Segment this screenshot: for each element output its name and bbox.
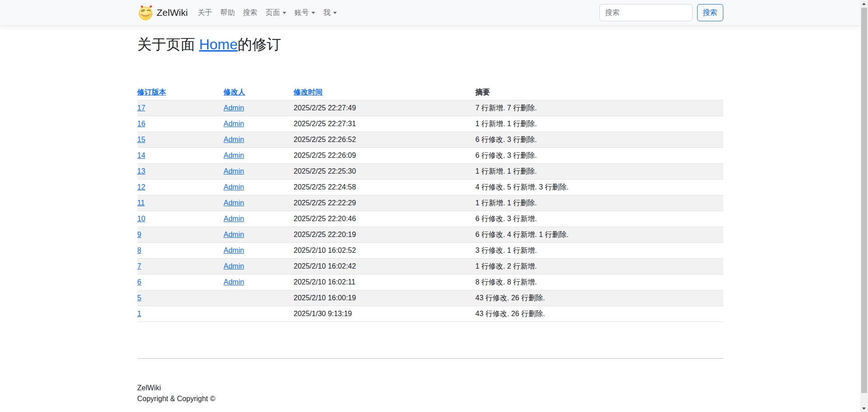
revision-time: 2025/2/10 16:00:19 bbox=[294, 290, 476, 306]
author-link[interactable]: Admin bbox=[224, 167, 244, 175]
author-link[interactable]: Admin bbox=[224, 246, 244, 254]
revision-summary: 6 行修改. 4 行新增. 1 行删除. bbox=[476, 227, 723, 243]
scroll-down-icon bbox=[862, 407, 866, 410]
author-link[interactable]: Admin bbox=[224, 104, 244, 112]
revision-time: 2025/2/25 22:24:58 bbox=[294, 180, 476, 195]
revision-link[interactable]: 5 bbox=[137, 294, 142, 302]
brand-text: ZelWiki bbox=[157, 7, 188, 18]
revision-link[interactable]: 11 bbox=[137, 199, 145, 207]
revision-summary: 6 行修改. 3 行删除. bbox=[476, 132, 723, 148]
nav-item-label: 账号 bbox=[294, 8, 309, 18]
revision-time: 2025/2/25 22:27:49 bbox=[294, 100, 476, 116]
nav-dropdown-account[interactable]: 账号 bbox=[291, 5, 319, 21]
revision-link[interactable]: 15 bbox=[137, 136, 146, 143]
revision-time: 2025/2/25 22:20:19 bbox=[294, 227, 476, 243]
revision-summary: 6 行修改. 3 行删除. bbox=[476, 148, 723, 164]
nav-item-help[interactable]: 帮助 bbox=[217, 5, 238, 21]
author-link[interactable]: Admin bbox=[224, 120, 244, 128]
nav-item-label: 搜索 bbox=[243, 8, 257, 18]
author-link[interactable]: Admin bbox=[224, 183, 244, 191]
revision-link[interactable]: 12 bbox=[137, 183, 146, 191]
author-link[interactable]: Admin bbox=[224, 278, 244, 286]
navbar-search-form: 搜索 bbox=[599, 4, 723, 21]
sort-header-author[interactable]: 修改人 bbox=[224, 88, 245, 96]
revision-time: 2025/2/25 22:27:31 bbox=[294, 116, 476, 132]
page-title: 关于页面 Home的修订 bbox=[137, 36, 723, 53]
revision-time: 2025/2/25 22:22:29 bbox=[294, 195, 476, 211]
revision-time: 2025/1/30 9:13:19 bbox=[294, 306, 476, 322]
revision-summary: 43 行修改. 26 行删除. bbox=[476, 290, 723, 306]
sort-header-revision[interactable]: 修订版本 bbox=[137, 88, 166, 96]
nav-item-label: 帮助 bbox=[220, 8, 235, 18]
revision-link[interactable]: 6 bbox=[137, 278, 142, 286]
footer-sitename: ZelWiki bbox=[137, 383, 723, 393]
table-row: 52025/2/10 16:00:1943 行修改. 26 行删除. bbox=[137, 290, 723, 306]
revision-link[interactable]: 16 bbox=[137, 120, 146, 128]
revision-summary: 8 行修改. 8 行新增. bbox=[476, 275, 723, 290]
sort-header-time[interactable]: 修改时间 bbox=[294, 88, 323, 96]
revision-summary: 1 行新增. 1 行删除. bbox=[476, 116, 723, 132]
search-input[interactable] bbox=[599, 4, 693, 21]
nav-item-search[interactable]: 搜索 bbox=[239, 5, 261, 21]
footer-copyright: Copyright & Copyright © bbox=[137, 393, 723, 404]
page-title-home-link[interactable]: Home bbox=[199, 36, 237, 52]
table-row: 7Admin2025/2/10 16:02:421 行修改. 2 行新增. bbox=[137, 259, 723, 275]
chevron-down-icon bbox=[333, 12, 337, 14]
table-row: 11Admin2025/2/25 22:22:291 行新增. 1 行删除. bbox=[137, 195, 723, 211]
author-link[interactable]: Admin bbox=[224, 231, 244, 238]
vertical-scrollbar[interactable] bbox=[860, 0, 868, 412]
page-footer: ZelWiki Copyright & Copyright © bbox=[0, 359, 860, 412]
scrollbar-down-button[interactable] bbox=[860, 404, 868, 412]
author-link[interactable]: Admin bbox=[224, 215, 244, 223]
nav-dropdown-pages[interactable]: 页面 bbox=[262, 5, 290, 21]
table-row: 17Admin2025/2/25 22:27:497 行新增. 7 行删除. bbox=[137, 100, 723, 116]
page-title-prefix: 关于页面 bbox=[137, 36, 199, 52]
revision-link[interactable]: 7 bbox=[137, 262, 142, 270]
revision-link[interactable]: 14 bbox=[137, 152, 146, 159]
revision-summary: 1 行修改. 2 行新增. bbox=[476, 259, 723, 275]
revision-time: 2025/2/25 22:26:09 bbox=[294, 148, 476, 164]
revision-summary: 1 行新增. 1 行删除. bbox=[476, 195, 723, 211]
revision-link[interactable]: 1 bbox=[137, 310, 142, 317]
top-navbar: ZelWiki 关于 帮助 搜索 页面 账号 我 搜索 bbox=[0, 0, 860, 26]
brand-link[interactable]: ZelWiki bbox=[137, 5, 188, 21]
nav-item-label: 关于 bbox=[198, 8, 212, 18]
revision-summary: 3 行修改. 1 行新增. bbox=[476, 243, 723, 259]
revision-link[interactable]: 9 bbox=[137, 231, 142, 238]
author-link[interactable]: Admin bbox=[224, 136, 244, 143]
revision-time: 2025/2/25 22:20:46 bbox=[294, 211, 476, 227]
nav-item-label: 我 bbox=[323, 8, 330, 18]
revision-table-head: 修订版本 修改人 修改时间 摘要 bbox=[137, 85, 723, 100]
scrollbar-up-button[interactable] bbox=[860, 0, 868, 8]
table-row: 16Admin2025/2/25 22:27:311 行新增. 1 行删除. bbox=[137, 116, 723, 132]
revision-link[interactable]: 10 bbox=[137, 215, 146, 223]
search-button[interactable]: 搜索 bbox=[697, 4, 723, 21]
scrollbar-thumb[interactable] bbox=[861, 8, 867, 393]
nav-item-label: 页面 bbox=[265, 8, 280, 18]
revision-summary: 1 行新增. 1 行删除. bbox=[476, 164, 723, 180]
header-summary: 摘要 bbox=[476, 88, 490, 96]
chevron-down-icon bbox=[311, 12, 315, 14]
main-content: 关于页面 Home的修订 修订版本 修改人 修改时间 摘要 17Ad bbox=[0, 26, 860, 359]
table-row: 8Admin2025/2/10 16:02:523 行修改. 1 行新增. bbox=[137, 243, 723, 259]
revision-time: 2025/2/10 16:02:42 bbox=[294, 259, 476, 275]
table-row: 13Admin2025/2/25 22:25:301 行新增. 1 行删除. bbox=[137, 164, 723, 180]
nav-dropdown-me[interactable]: 我 bbox=[320, 5, 340, 21]
table-row: 12Admin2025/2/25 22:24:584 行修改. 5 行新增. 3… bbox=[137, 180, 723, 195]
horned-smiley-logo-icon bbox=[137, 5, 154, 21]
nav-item-about[interactable]: 关于 bbox=[194, 5, 216, 21]
author-link[interactable]: Admin bbox=[224, 199, 244, 207]
scroll-up-icon bbox=[862, 3, 866, 5]
author-link[interactable]: Admin bbox=[224, 152, 244, 159]
revision-summary: 43 行修改. 26 行删除. bbox=[476, 306, 723, 322]
author-link[interactable]: Admin bbox=[224, 262, 244, 270]
revision-link[interactable]: 13 bbox=[137, 167, 146, 175]
revision-link[interactable]: 17 bbox=[137, 104, 146, 112]
chevron-down-icon bbox=[283, 12, 286, 14]
page-title-suffix: 的修订 bbox=[238, 36, 281, 52]
revision-link[interactable]: 8 bbox=[137, 246, 142, 254]
revision-time: 2025/2/10 16:02:52 bbox=[294, 243, 476, 259]
revision-time: 2025/2/25 22:25:30 bbox=[294, 164, 476, 180]
table-row: 14Admin2025/2/25 22:26:096 行修改. 3 行删除. bbox=[137, 148, 723, 164]
revision-time: 2025/2/25 22:26:52 bbox=[294, 132, 476, 148]
